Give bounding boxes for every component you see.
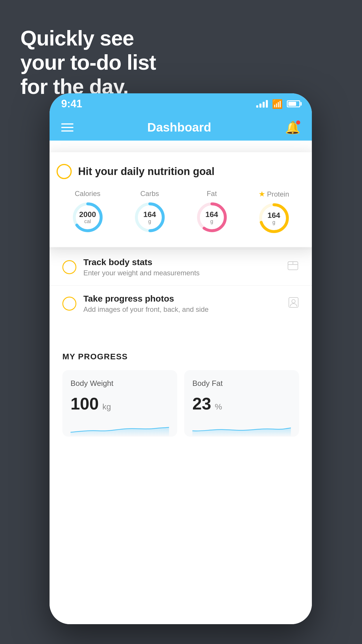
- progress-cards: Body Weight 100 kg: [62, 370, 299, 437]
- protein-donut: 164 g: [258, 202, 290, 234]
- nutrition-goal-title: Hit your daily nutrition goal: [78, 165, 215, 178]
- todo-text-track-body: Track body stats Enter your weight and m…: [83, 257, 280, 277]
- nav-bar: Dashboard 🔔: [50, 114, 312, 141]
- headline-line2: your to-do list: [20, 51, 156, 74]
- star-icon: ★: [259, 190, 265, 199]
- progress-section: MY PROGRESS Body Weight 100 kg: [50, 339, 312, 445]
- todo-circle-progress-photos: [62, 297, 76, 311]
- signal-bars-icon: [256, 100, 268, 108]
- todo-item-track-body-stats[interactable]: Track body stats Enter your weight and m…: [50, 249, 312, 285]
- body-weight-card[interactable]: Body Weight 100 kg: [62, 370, 177, 437]
- person-photo-icon: [288, 297, 299, 311]
- status-time: 9:41: [61, 98, 82, 110]
- wifi-icon: 📶: [272, 99, 283, 109]
- fat-label: Fat: [207, 190, 217, 198]
- fat-item: Fat 164 g: [196, 190, 228, 233]
- nutrition-card: Hit your daily nutrition goal Calories: [50, 152, 312, 247]
- carbs-value-center: 164 g: [143, 210, 156, 224]
- todo-title-track-body: Track body stats: [83, 257, 280, 267]
- todo-text-progress-photos: Take progress photos Add images of your …: [83, 294, 281, 314]
- todo-subtitle-progress-photos: Add images of your front, back, and side: [83, 305, 281, 314]
- status-bar: 9:41 📶: [50, 93, 312, 114]
- card-header: Hit your daily nutrition goal: [57, 164, 305, 179]
- calories-donut: 2000 cal: [72, 201, 104, 233]
- protein-label: ★ Protein: [259, 190, 289, 199]
- body-fat-value: 23: [192, 394, 211, 413]
- svg-point-12: [292, 300, 295, 303]
- body-fat-card-title: Body Fat: [192, 379, 291, 388]
- todo-title-progress-photos: Take progress photos: [83, 294, 281, 304]
- phone-shell: 9:41 📶 Dashboard 🔔: [50, 93, 312, 624]
- body-weight-unit: kg: [102, 402, 111, 411]
- status-icons: 📶: [256, 99, 300, 109]
- carbs-label: Carbs: [140, 190, 159, 198]
- nutrition-goal-circle[interactable]: [57, 164, 72, 179]
- nutrition-row: Calories 2000 cal: [57, 190, 305, 234]
- calories-value-center: 2000 cal: [79, 210, 96, 224]
- body-weight-card-title: Body Weight: [71, 379, 169, 388]
- notification-dot: [296, 120, 300, 125]
- things-to-do-section: THINGS TO DO TODAY Hit your daily nutrit…: [50, 141, 312, 322]
- body-weight-value-row: 100 kg: [71, 394, 169, 413]
- body-fat-chart: [192, 419, 291, 437]
- body-weight-value: 100: [71, 394, 99, 413]
- protein-value-center: 164 g: [268, 211, 280, 225]
- notification-bell-icon[interactable]: 🔔: [285, 120, 300, 135]
- body-fat-card[interactable]: Body Fat 23 %: [184, 370, 299, 437]
- phone-content: THINGS TO DO TODAY Hit your daily nutrit…: [50, 141, 312, 624]
- hamburger-menu-button[interactable]: [61, 123, 73, 132]
- body-fat-unit: %: [215, 402, 222, 411]
- todo-item-progress-photos[interactable]: Take progress photos Add images of your …: [50, 285, 312, 322]
- fat-value-center: 164 g: [205, 210, 218, 224]
- fat-donut: 164 g: [196, 201, 228, 233]
- calories-item: Calories 2000 cal: [72, 190, 104, 233]
- todo-circle-track-body: [62, 260, 76, 274]
- headline-line1: Quickly see: [20, 27, 134, 50]
- carbs-item: Carbs 164 g: [134, 190, 166, 233]
- progress-section-title: MY PROGRESS: [62, 352, 299, 361]
- body-fat-value-row: 23 %: [192, 394, 291, 413]
- protein-item: ★ Protein 164 g: [258, 190, 290, 234]
- scale-icon: [287, 260, 299, 274]
- battery-icon: [287, 100, 300, 107]
- nav-title: Dashboard: [147, 120, 211, 134]
- calories-label: Calories: [75, 190, 100, 198]
- body-weight-chart: [71, 419, 169, 437]
- headline: Quickly see your to-do list for the day.: [20, 26, 156, 99]
- carbs-donut: 164 g: [134, 201, 166, 233]
- todo-subtitle-track-body: Enter your weight and measurements: [83, 269, 280, 277]
